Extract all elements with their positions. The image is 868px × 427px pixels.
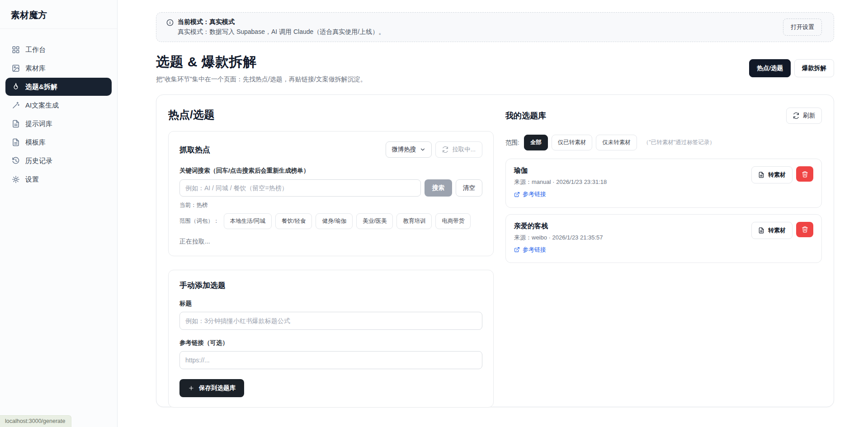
wordpack-chip-local-life[interactable]: 本地生活/同城 <box>224 213 272 229</box>
wordpack-chip-ecommerce[interactable]: 电商带货 <box>435 213 471 229</box>
trash-icon <box>802 171 808 178</box>
current-list-label: 当前：热榜 <box>179 202 482 209</box>
delete-topic-button[interactable] <box>796 222 813 237</box>
mode-notice-title: 当前模式：真实模式 <box>178 18 385 26</box>
wordpack-chip-beauty[interactable]: 美业/医美 <box>356 213 393 229</box>
manual-title-label: 标题 <box>179 300 482 308</box>
sidebar-nav: 工作台 素材库 选题&拆解 AI文案生成 提示词库 模板库 <box>0 29 117 201</box>
convert-to-material-button[interactable]: 转素材 <box>751 222 793 239</box>
sidebar-item-prompt-library[interactable]: 提示词库 <box>5 115 112 133</box>
chevron-down-icon <box>420 146 426 153</box>
topic-source: 来源：weibo · 2026/1/23 21:35:57 <box>514 234 603 242</box>
sidebar-item-workbench[interactable]: 工作台 <box>5 41 112 59</box>
grid-icon <box>12 46 20 54</box>
fetch-hot-button[interactable]: 拉取中... <box>435 141 482 158</box>
tab-viral-breakdown[interactable]: 爆款拆解 <box>794 59 834 77</box>
keyword-search-input[interactable] <box>179 179 421 197</box>
reference-link-label: 参考链接 <box>523 246 546 254</box>
sidebar-item-history[interactable]: 历史记录 <box>5 152 112 170</box>
manual-link-input[interactable] <box>179 351 482 369</box>
topic-actions: 转素材 <box>751 222 813 255</box>
save-to-library-label: 保存到选题库 <box>199 384 236 392</box>
sidebar-item-label: AI文案生成 <box>25 101 59 110</box>
sidebar-item-topics-breakdown[interactable]: 选题&拆解 <box>5 78 112 96</box>
filter-note: （"已转素材"通过标签记录） <box>643 139 715 146</box>
view-tabs: 热点/选题 爆款拆解 <box>749 59 834 77</box>
reference-link[interactable]: 参考链接 <box>514 190 546 198</box>
page-header-text: 选题 & 爆款拆解 把"收集环节"集中在一个页面：先找热点/选题，再贴链接/文案… <box>156 53 367 84</box>
reference-link[interactable]: 参考链接 <box>514 246 546 254</box>
sidebar-item-label: 选题&拆解 <box>25 83 57 91</box>
topic-actions: 转素材 <box>751 166 813 199</box>
sidebar-item-settings[interactable]: 设置 <box>5 170 112 188</box>
sidebar-item-ai-copywriting[interactable]: AI文案生成 <box>5 96 112 114</box>
fetch-hot-card: 抓取热点 微博热搜 拉取中... 关键词搜索（回车/ <box>168 131 494 256</box>
app-root: 素材魔方 工作台 素材库 选题&拆解 AI文案生成 提示词库 <box>0 0 868 427</box>
file-text-icon <box>12 120 20 128</box>
wand-icon <box>12 101 20 109</box>
topic-list: 瑜伽 来源：manual · 2026/1/23 23:31:18 参考链接 转… <box>505 159 822 263</box>
status-url-bubble: localhost:3000/generate <box>0 415 71 427</box>
fetch-hot-button-label: 拉取中... <box>452 145 476 154</box>
topic-title: 亲爱的客栈 <box>514 222 603 230</box>
convert-to-material-label: 转素材 <box>768 226 786 235</box>
flame-icon <box>12 83 20 91</box>
topic-source: 来源：manual · 2026/1/23 23:31:18 <box>514 178 607 186</box>
save-to-library-button[interactable]: 保存到选题库 <box>179 379 244 397</box>
refresh-library-label: 刷新 <box>803 112 815 120</box>
sidebar-item-material-library[interactable]: 素材库 <box>5 59 112 77</box>
search-button[interactable]: 搜索 <box>425 179 452 197</box>
manual-add-title: 手动添加选题 <box>179 280 482 291</box>
refresh-library-button[interactable]: 刷新 <box>786 108 822 124</box>
clear-button[interactable]: 清空 <box>456 179 482 197</box>
fetch-hot-title: 抓取热点 <box>179 145 210 155</box>
sidebar-item-label: 设置 <box>25 175 39 184</box>
sidebar-item-label: 模板库 <box>25 138 46 147</box>
refresh-icon <box>442 146 448 153</box>
wordpack-chip-food[interactable]: 餐饮/轻食 <box>275 213 312 229</box>
convert-to-material-label: 转素材 <box>768 171 786 179</box>
topic-card-yoga: 瑜伽 来源：manual · 2026/1/23 23:31:18 参考链接 转… <box>505 159 822 208</box>
reference-link-label: 参考链接 <box>523 190 546 198</box>
mode-notice-text: 当前模式：真实模式 真实模式：数据写入 Supabase，AI 调用 Claud… <box>166 18 385 36</box>
gear-icon <box>12 175 20 183</box>
wordpack-row: 范围（词包）： 本地生活/同城 餐饮/轻食 健身/瑜伽 美业/医美 教育培训 电… <box>179 213 482 229</box>
topics-main-card: 热点/选题 抓取热点 微博热搜 拉取中... <box>156 94 834 407</box>
sidebar-item-label: 素材库 <box>25 64 46 73</box>
open-settings-button[interactable]: 打开设置 <box>783 19 822 36</box>
wordpack-chip-education[interactable]: 教育培训 <box>396 213 432 229</box>
manual-title-input[interactable] <box>179 312 482 330</box>
hot-source-selected: 微博热搜 <box>392 145 416 154</box>
sidebar-item-label: 提示词库 <box>25 120 52 128</box>
page-header: 选题 & 爆款拆解 把"收集环节"集中在一个页面：先找热点/选题，再贴链接/文案… <box>156 53 834 84</box>
hot-source-select[interactable]: 微博热搜 <box>386 141 432 158</box>
file-text-icon <box>12 138 20 146</box>
main-content: 当前模式：真实模式 真实模式：数据写入 Supabase，AI 调用 Claud… <box>118 0 868 427</box>
info-icon <box>166 19 174 26</box>
app-logo-title: 素材魔方 <box>0 0 117 29</box>
manual-add-card: 手动添加选题 标题 参考链接（可选） 保存到选题库 <box>168 270 494 408</box>
filter-chip-unconverted[interactable]: 仅未转素材 <box>596 135 637 150</box>
page-subtitle: 把"收集环节"集中在一个页面：先找热点/选题，再贴链接/文案做拆解沉淀。 <box>156 75 367 84</box>
topic-info: 亲爱的客栈 来源：weibo · 2026/1/23 21:35:57 参考链接 <box>514 222 603 255</box>
filter-chip-all[interactable]: 全部 <box>524 135 548 150</box>
sidebar-item-label: 工作台 <box>25 46 46 54</box>
library-scope-label: 范围: <box>505 139 519 147</box>
topic-card-dear-inn: 亲爱的客栈 来源：weibo · 2026/1/23 21:35:57 参考链接… <box>505 214 822 263</box>
wordpack-chip-fitness[interactable]: 健身/瑜伽 <box>316 213 352 229</box>
page-title: 选题 & 爆款拆解 <box>156 53 367 71</box>
sidebar-item-template-library[interactable]: 模板库 <box>5 133 112 151</box>
hot-topics-column: 热点/选题 抓取热点 微博热搜 拉取中... <box>168 107 494 408</box>
topic-library-column: 我的选题库 刷新 范围: 全部 仅已转素材 仅未转素材 （"已转素材"通过标签记… <box>505 107 822 408</box>
topic-library-heading: 我的选题库 <box>505 110 546 121</box>
manual-link-label: 参考链接（可选） <box>179 339 482 347</box>
trash-icon <box>802 226 808 233</box>
tab-hot-topics[interactable]: 热点/选题 <box>749 59 791 77</box>
file-text-icon <box>758 227 764 234</box>
hot-topics-heading: 热点/选题 <box>168 108 494 122</box>
file-text-icon <box>758 172 764 178</box>
convert-to-material-button[interactable]: 转素材 <box>751 166 793 183</box>
delete-topic-button[interactable] <box>796 166 813 182</box>
sidebar-item-label: 历史记录 <box>25 157 52 165</box>
filter-chip-converted[interactable]: 仅已转素材 <box>552 135 593 150</box>
